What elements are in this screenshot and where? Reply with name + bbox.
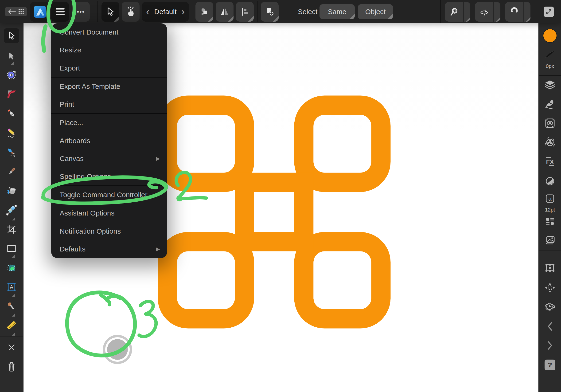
back-arrow-icon [8,9,16,15]
stroke-width-label: 0px [546,63,554,69]
snapping-button[interactable] [505,2,530,22]
tap-gesture-button[interactable] [122,2,140,22]
deselect-button[interactable] [8,343,15,351]
transform-handles-icon [545,263,555,272]
measure-tool[interactable] [6,320,17,331]
magnet-icon[interactable] [505,2,523,22]
collapse-right-button[interactable] [547,341,553,350]
typography-icon: a [545,193,555,204]
more-options-button[interactable]: ••• [72,2,90,22]
boolean-operations-button[interactable] [195,2,213,22]
point-transform-tool[interactable] [6,69,17,80]
move-arrows-icon [545,282,555,293]
corner-tool[interactable] [6,89,17,99]
zoom-tool-button[interactable] [445,2,470,22]
node-tool[interactable] [8,52,15,60]
menu-item[interactable]: Place... ▶ [51,114,167,132]
menu-item[interactable]: Toggle Command Controller ▶ [51,186,167,204]
transparency-studio-button[interactable] [545,176,555,186]
pen-tool[interactable] [6,108,17,119]
menu-item-label: Resize [60,46,81,54]
menu-item[interactable]: Export As Template ▶ [51,77,167,95]
adjustments-eye-icon [545,118,555,128]
typography-studio-button[interactable]: a [545,193,555,204]
fullscreen-toggle-button[interactable] [544,7,554,17]
menu-item[interactable]: Assistant Options ▶ [51,204,167,222]
menu-item[interactable]: Resize ▶ [51,41,167,59]
color-studio-button[interactable] [545,137,555,148]
layers-studio-button[interactable] [544,80,556,90]
close-icon [8,343,15,351]
fx-icon: FX [545,156,555,167]
fill-color-swatch[interactable] [543,29,557,42]
wiper-preview-icon[interactable] [475,2,493,22]
fill-tool[interactable] [6,185,17,196]
stroke-style-button[interactable] [544,49,556,59]
text-styles-studio-button[interactable] [545,217,555,226]
select-same-button[interactable]: Same [320,4,355,19]
menu-item[interactable]: Convert Document ▶ [51,23,167,41]
color-picker-tool[interactable] [6,301,17,312]
menu-item[interactable]: Artboards ▶ [51,132,167,150]
top-toolbar: ••• ‹ Default › [0,0,561,23]
menu-item-label: Export As Template [60,83,120,90]
menu-item[interactable]: Export ▶ [51,59,167,77]
transparency-icon [545,176,555,186]
preview-mode-button[interactable] [475,2,500,22]
adjustments-studio-button[interactable] [545,118,555,128]
preview-options-strip[interactable] [493,2,500,22]
flip-mirror-button[interactable] [216,2,234,22]
menu-item-label: Defaults [60,245,86,253]
back-to-gallery-button[interactable] [5,7,27,16]
snapping-options-strip[interactable] [523,2,530,22]
menu-item[interactable]: Print ▶ [51,95,167,114]
menu-item[interactable]: Defaults ▶ [51,240,167,258]
menu-item-label: Artboards [60,137,90,145]
menu-item-label: Place... [60,119,83,127]
menu-item[interactable]: Notification Options ▶ [51,222,167,240]
color-wheel-icon [545,137,555,148]
move-panel-button[interactable] [545,282,555,293]
insert-duplicate-button[interactable] [261,2,279,22]
knife-tool[interactable] [6,166,17,177]
move-cursor-icon [8,31,15,40]
menu-item[interactable]: Spelling Options ▶ [51,168,167,186]
question-mark-icon: ? [545,359,555,370]
text-tool[interactable]: A [6,282,17,292]
select-object-button[interactable]: Object [358,4,393,19]
brushes-studio-button[interactable] [545,99,555,109]
move-tool-toolbar-button[interactable] [101,2,119,22]
command-controller-puck[interactable] [103,335,132,364]
cursor-icon [106,7,115,16]
alignment-button[interactable] [236,2,254,22]
chevron-right-icon[interactable]: › [181,7,185,17]
selection-brush-tool[interactable] [6,262,17,273]
menu-item[interactable]: Canvas ▶ [51,150,167,168]
stock-studio-button[interactable] [545,235,555,246]
toolbar-divider [257,1,258,22]
grid-icon [18,9,24,15]
help-button[interactable]: ? [545,359,555,370]
vector-brush-tool[interactable] [6,147,17,157]
point-transform-icon [6,69,17,80]
collapse-left-button[interactable] [547,322,553,331]
move-tool[interactable] [4,28,19,43]
pencil-tool[interactable] [6,127,17,138]
text-styles-icon [545,217,555,226]
effects-studio-button[interactable]: FX [545,156,555,167]
delete-button[interactable] [7,361,16,372]
transform-panel-button[interactable] [545,263,555,272]
svg-text:a: a [548,196,552,202]
gradient-tool[interactable] [6,205,17,216]
font-size-label: 12pt [545,207,555,213]
history-panel-button[interactable] [544,302,556,312]
submenu-arrow-icon: ▶ [156,246,160,252]
layers-icon [544,80,556,90]
crop-tool[interactable] [6,224,17,235]
zoom-options-strip[interactable] [463,2,470,22]
rectangle-tool[interactable] [6,244,17,253]
preset-selector[interactable]: ‹ Default › [142,2,189,22]
magnifier-icon[interactable] [445,2,463,22]
chevron-left-icon[interactable]: ‹ [146,7,149,17]
hamburger-menu-button[interactable] [51,2,69,22]
